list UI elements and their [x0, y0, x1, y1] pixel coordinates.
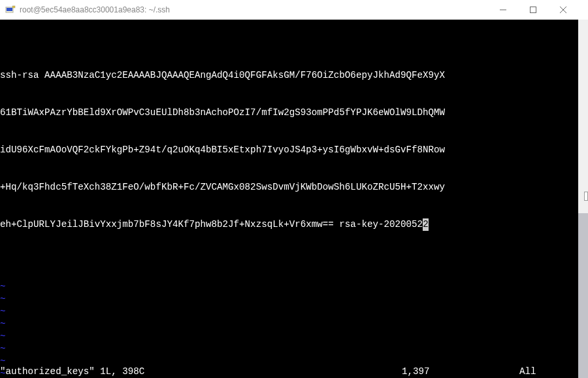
- empty-line-tilde: ~: [0, 305, 578, 318]
- status-file: "authorized_keys" 1L, 398C: [0, 366, 402, 378]
- svg-rect-4: [531, 7, 536, 13]
- empty-lines: ~~~~~~~~~~~~~~~~~~~~~~: [0, 281, 578, 378]
- empty-line-tilde: ~: [0, 281, 578, 293]
- putty-icon: [5, 5, 16, 15]
- file-content: ssh-rsa AAAAB3NzaC1yc2EAAAABJQAAAQEAngAd…: [0, 44, 578, 256]
- title-bar[interactable]: root@5ec54ae8aa8cc30001a9ea83: ~/.ssh: [0, 0, 578, 20]
- close-button[interactable]: [548, 0, 578, 20]
- scrollbar-thumb[interactable]: [578, 213, 588, 378]
- resize-marker: [584, 192, 588, 201]
- window-controls: [488, 0, 578, 20]
- empty-line-tilde: ~: [0, 343, 578, 355]
- minimize-button[interactable]: [488, 0, 518, 20]
- status-position: 1,397: [402, 366, 519, 378]
- content-line: 61BTiWAxPAzrYbBEld9XrOWPvC3uEUlDh8b3nAch…: [0, 107, 578, 119]
- cursor: 2: [423, 218, 429, 231]
- terminal-viewport[interactable]: ssh-rsa AAAAB3NzaC1yc2EAAAABJQAAAQEAngAd…: [0, 20, 578, 378]
- content-line: eh+ClpURLYJeilJBivYxxjmb7bF8sJY4Kf7phw8b…: [0, 218, 578, 231]
- svg-rect-2: [12, 6, 15, 8]
- status-scroll: All: [519, 366, 559, 378]
- content-line: +Hq/kq3Fhdc5fTeXch38Z1FeO/wbfKbR+Fc/ZVCA…: [0, 181, 578, 194]
- maximize-button[interactable]: [518, 0, 548, 20]
- putty-window: root@5ec54ae8aa8cc30001a9ea83: ~/.ssh ss…: [0, 0, 578, 378]
- empty-line-tilde: ~: [0, 293, 578, 305]
- svg-rect-1: [7, 8, 12, 11]
- empty-line-tilde: ~: [0, 330, 578, 343]
- vim-status-bar: "authorized_keys" 1L, 398C 1,397 All: [0, 366, 578, 378]
- window-title: root@5ec54ae8aa8cc30001a9ea83: ~/.ssh: [20, 5, 488, 14]
- content-line: ssh-rsa AAAAB3NzaC1yc2EAAAABJQAAAQEAngAd…: [0, 69, 578, 82]
- content-line: idU96XcFmAOoVQF2ckFYkgPb+Z94t/q2uOKq4bBI…: [0, 144, 578, 156]
- empty-line-tilde: ~: [0, 318, 578, 330]
